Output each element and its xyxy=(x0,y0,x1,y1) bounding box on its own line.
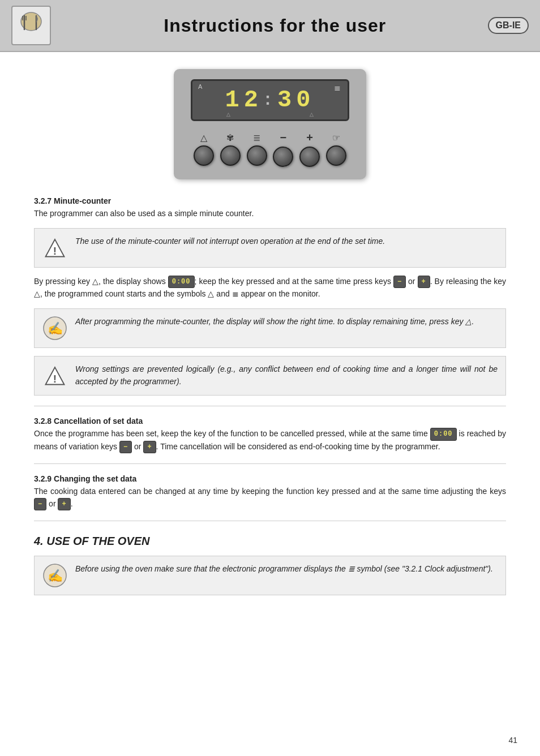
section-329-body: The cooking data entered can be changed … xyxy=(34,486,506,510)
section-4-heading: 4. USE OF THE OVEN xyxy=(34,535,506,548)
hand-icon: ☞ xyxy=(332,132,340,143)
programmer-panel: A ≣ 12:30 △ △ △ ✾ ≣ − xyxy=(174,69,366,179)
display-zero-2: 0:00 xyxy=(430,428,457,441)
display-bot-right: △ xyxy=(310,111,314,117)
info-icon-4: ✍ xyxy=(42,563,67,588)
plus-inline: + xyxy=(418,276,430,289)
info-note-4: ✍ Before using the oven make sure that t… xyxy=(34,556,506,595)
plus-icon: + xyxy=(306,131,313,144)
flame-icon: ✾ xyxy=(226,132,234,143)
plus-inline-3: + xyxy=(58,498,70,511)
btn-group-bars: ≣ xyxy=(247,132,267,166)
plus-button[interactable] xyxy=(299,147,320,167)
warning-icon-1: ! xyxy=(42,235,67,260)
btn-group-bell: △ xyxy=(194,132,214,166)
btn-group-hand: ☞ xyxy=(326,132,346,166)
flame-button[interactable] xyxy=(220,145,241,166)
bell-icon: △ xyxy=(200,132,207,143)
display-bot-left: △ xyxy=(226,111,230,117)
section-divider-2 xyxy=(34,463,506,464)
section-divider-1 xyxy=(34,406,506,406)
svg-text:!: ! xyxy=(53,244,57,256)
minus-icon: − xyxy=(280,131,287,144)
info-note-4-text: Before using the oven make sure that the… xyxy=(75,563,493,575)
page-number: 41 xyxy=(508,736,517,745)
bars-icon: ≣ xyxy=(253,132,260,143)
display-screen: A ≣ 12:30 △ △ xyxy=(191,79,349,121)
page-header: Instructions for the user GB-IE xyxy=(0,0,540,52)
btn-group-minus: − xyxy=(273,131,293,167)
warning-note-1: ! The use of the minute-counter will not… xyxy=(34,228,506,268)
display-label-a: A xyxy=(198,83,202,90)
info-note-2: ✍ After programming the minute-counter, … xyxy=(34,308,506,348)
warning-note-3: ! Wrong settings are prevented logically… xyxy=(34,356,506,396)
info-note-2-text: After programming the minute-counter, th… xyxy=(75,316,474,328)
minus-button[interactable] xyxy=(273,147,293,167)
display-time: 12:30 xyxy=(225,87,315,114)
section-327-body: By pressing key △, the display shows 0:0… xyxy=(34,276,506,300)
control-buttons: △ ✾ ≣ − + xyxy=(191,131,349,167)
hand-button[interactable] xyxy=(326,145,346,166)
main-content: 3.2.7 Minute-counter The programmer can … xyxy=(0,191,540,626)
display-zero: 0:00 xyxy=(168,276,195,289)
warning-icon-3: ! xyxy=(42,363,67,388)
svg-text:✍: ✍ xyxy=(48,568,63,583)
svg-text:✍: ✍ xyxy=(48,321,63,336)
display-label-sym: ≣ xyxy=(334,83,341,92)
plus-inline-2: + xyxy=(143,441,156,454)
bars-button[interactable] xyxy=(247,145,267,166)
info-icon-2: ✍ xyxy=(42,316,67,341)
page-title: Instructions for the user xyxy=(62,15,488,36)
minus-inline: − xyxy=(393,276,406,289)
minus-inline-2: − xyxy=(119,441,132,454)
bell-button[interactable] xyxy=(194,145,214,166)
display-panel-wrap: A ≣ 12:30 △ △ △ ✾ ≣ − xyxy=(0,69,540,179)
section-327-intro: The programmer can also be used as a sim… xyxy=(34,208,506,220)
svg-text:!: ! xyxy=(53,373,57,385)
section-329-heading: 3.2.9 Changing the set data xyxy=(34,474,506,483)
btn-group-plus: + xyxy=(299,131,320,167)
minus-inline-3: − xyxy=(34,498,46,511)
btn-group-flame: ✾ xyxy=(220,132,241,166)
warning-note-1-text: The use of the minute-counter will not i… xyxy=(75,235,385,248)
section-328-body: Once the programme has been set, keep th… xyxy=(34,428,506,453)
section-327-heading: 3.2.7 Minute-counter xyxy=(34,196,506,205)
section-divider-3 xyxy=(34,521,506,521)
logo-icon xyxy=(11,6,51,45)
warning-note-3-text: Wrong settings are prevented logically (… xyxy=(75,363,498,388)
section-328-heading: 3.2.8 Cancellation of set data xyxy=(34,416,506,426)
region-badge: GB-IE xyxy=(488,17,529,34)
